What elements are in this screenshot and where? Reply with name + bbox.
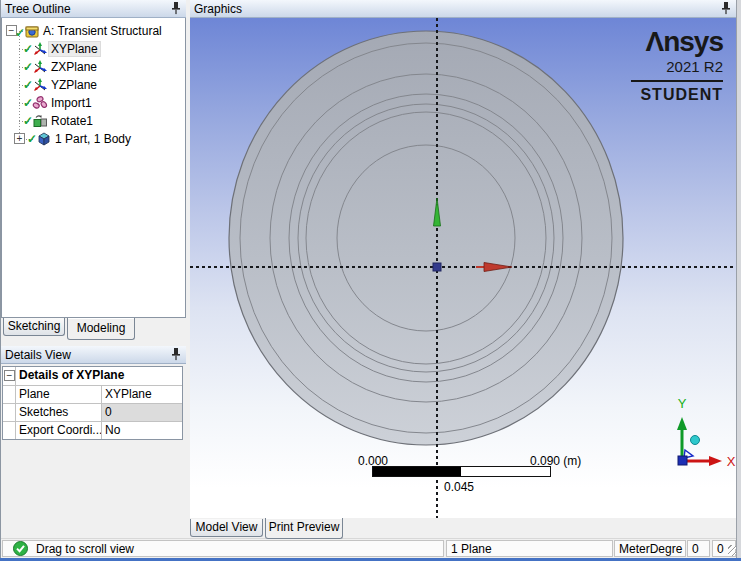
status-field1: 0 [692,542,699,556]
details-value-plane[interactable]: XYPlane [102,386,182,403]
origin-point [433,263,441,271]
details-row-export-coord: Export Coordi... No [3,421,182,439]
ruler-mid-label: 0.045 [444,480,474,494]
tree-item-label: A: Transient Structural [43,24,162,38]
tree-item-label: YZPlane [51,78,97,92]
pin-icon[interactable] [720,2,732,16]
tab-print-preview[interactable]: Print Preview [265,518,343,539]
status-selection-cell: 1 Plane [446,540,613,557]
window-border-right [736,0,741,558]
details-group-title: Details of XYPlane [16,367,182,385]
tree-item-root[interactable]: − ✓ A: Transient Structural [2,22,185,40]
details-row-sketches: Sketches 0 [3,403,182,421]
graphics-header: Graphics [190,0,736,18]
triad-x-label[interactable]: X [727,454,736,469]
import-pinwheel-icon [32,95,48,111]
status-field2: 0 [717,542,724,556]
details-gutter: − [3,367,16,385]
status-selection: 1 Plane [451,542,492,556]
plane-axes-icon [32,41,48,57]
collapse-box-icon[interactable]: − [4,370,15,381]
ansys-logo: Λnsys 2021 R2 STUDENT [603,28,723,104]
graphics-viewport[interactable]: Λnsys 2021 R2 STUDENT 0.000 0.090 (m) 0.… [190,18,736,518]
triad-iso-ball[interactable] [691,436,700,445]
scale-ruler-black-half [373,467,461,476]
tree-outline-panel: − ✓ A: Transient Structural ✓ XYPlane ✓ … [1,18,186,318]
y-axis-cone [434,198,441,226]
details-label: Plane [16,386,102,403]
expand-box-icon[interactable]: + [14,133,25,144]
tree-item-zxplane[interactable]: ✓ ZXPlane [2,58,185,76]
details-row-plane: Plane XYPlane [3,385,182,403]
tree-item-part-body[interactable]: + ✓ 1 Part, 1 Body [2,130,185,148]
status-length-unit: Meter [619,542,650,556]
tab-sketching[interactable]: Sketching [3,318,65,336]
tree-item-label: 1 Part, 1 Body [55,132,131,146]
pin-icon[interactable] [170,2,182,16]
plane-axes-icon [32,59,48,75]
ansys-version: 2021 R2 [603,58,723,75]
graphics-title: Graphics [194,2,720,16]
tree-item-yzplane[interactable]: ✓ YZPlane [2,76,185,94]
tree-outline-title: Tree Outline [5,2,170,16]
analysis-system-icon [24,23,40,39]
details-group-row[interactable]: − Details of XYPlane [3,367,182,385]
tree-item-import1[interactable]: ✓ Import1 [2,94,185,112]
tree-item-label: XYPlane [49,42,100,56]
body-cube-icon [36,131,52,147]
ansys-brand-mark: Λ [645,26,663,57]
x-axis-cone [484,263,512,272]
details-view-title: Details View [5,348,170,362]
ansys-brand-rest: nsys [663,26,723,57]
status-message-cell: Drag to scroll view [2,540,444,557]
details-table: − Details of XYPlane Plane XYPlane Sketc… [2,366,183,440]
details-view-header: Details View [1,346,186,364]
status-angle-unit: Degre [650,542,683,556]
tab-modeling[interactable]: Modeling [67,318,135,340]
orientation-triad[interactable]: Y X [640,390,736,480]
details-label: Sketches [16,404,102,421]
details-value-export[interactable]: No [102,422,182,439]
ansys-edition: STUDENT [603,86,723,104]
tree-item-label: Import1 [51,96,92,110]
tree-item-label: ZXPlane [51,60,97,74]
plane-axes-icon [32,77,48,93]
rotate-body-icon [32,113,48,129]
scale-ruler [372,466,551,477]
tree-outline-header: Tree Outline [1,0,186,18]
tree-item-xyplane[interactable]: ✓ XYPlane [2,40,185,58]
status-units-cell: Meter Degre [614,540,686,557]
tree-item-rotate1[interactable]: ✓ Rotate1 [2,112,185,130]
pin-icon[interactable] [170,348,182,362]
tab-model-view[interactable]: Model View [190,519,263,537]
details-label: Export Coordi... [16,422,102,439]
status-field1-cell: 0 [687,540,710,557]
window-border-left [0,0,1,558]
logo-divider [631,80,723,82]
tree-item-label: Rotate1 [51,114,93,128]
details-value-sketches: 0 [102,404,182,421]
status-message: Drag to scroll view [36,542,134,556]
status-ok-icon [13,541,28,556]
triad-y-label[interactable]: Y [678,396,687,411]
status-bar: Drag to scroll view 1 Plane Meter Degre … [0,538,741,558]
